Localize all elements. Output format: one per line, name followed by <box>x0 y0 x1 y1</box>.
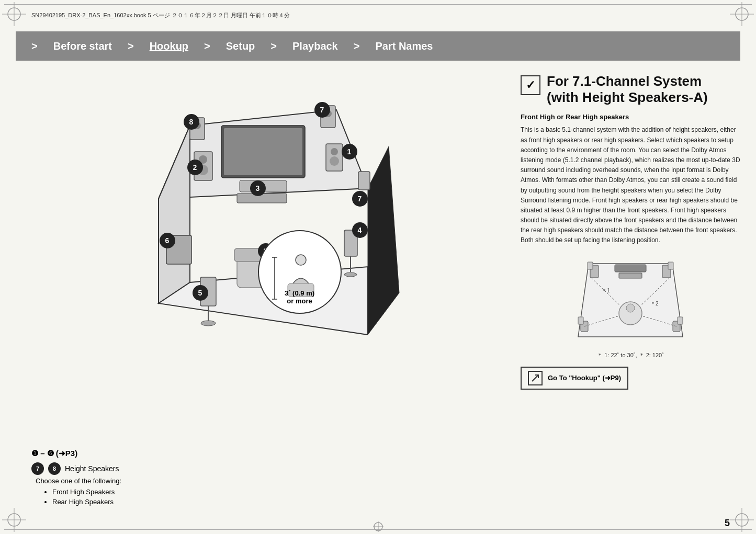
option-rear-high: Rear High Speakers <box>52 498 121 506</box>
top-border-line <box>4 4 752 5</box>
checkmark-icon: ✓ <box>526 78 535 92</box>
title-line-2: (with Height Speakers-A) <box>547 89 708 106</box>
svg-rect-42 <box>358 172 370 190</box>
svg-point-55 <box>626 304 635 312</box>
nav-arrow-4: > <box>354 40 360 52</box>
svg-point-37 <box>201 321 216 326</box>
floor-plan-caption: ＊ 1: 22˚ to 30˚, ＊ 2: 120˚ <box>573 351 688 359</box>
svg-text:＊1: ＊1 <box>602 288 610 293</box>
nav-arrow-3: > <box>270 40 277 52</box>
svg-text:＊2: ＊2 <box>650 301 659 306</box>
floor-plan-container: ＊1 ＊2 ＊ 1: 22˚ to 30˚, ＊ 2: 120˚ <box>573 253 688 359</box>
nav-arrow-0: > <box>31 40 38 52</box>
svg-rect-64 <box>588 262 593 269</box>
badge-4: 4 <box>352 222 368 238</box>
svg-rect-51 <box>619 273 642 278</box>
nav-playback[interactable]: Playback <box>292 40 338 52</box>
choose-text: Choose one of the following: <box>36 477 121 485</box>
hookup-box[interactable]: Go To "Hookup" (➜P9) <box>521 367 628 390</box>
speaker-options-list: Front High Speakers Rear High Speakers <box>52 488 121 506</box>
navigation-bar: > Before start > Hookup > Setup > Playba… <box>16 31 740 61</box>
bottom-center-icon <box>372 520 385 533</box>
svg-point-28 <box>330 156 339 166</box>
file-metadata: SN29402195_DRX-2_BAS_En_1602xx.book 5 ペー… <box>31 12 290 19</box>
arrow-icon-svg <box>531 374 539 382</box>
nav-arrow-1: > <box>128 40 134 52</box>
svg-point-44 <box>296 255 306 265</box>
title-line-1: For 7.1-Channel System <box>547 73 708 89</box>
svg-rect-65 <box>668 262 673 269</box>
section-heading-text: For 7.1-Channel System (with Height Spea… <box>547 73 708 106</box>
svg-point-27 <box>331 148 338 155</box>
speaker-diagram: 1 2 3 4 5 6 7 7 8 8 <box>117 84 410 377</box>
badge-7a: 7 <box>314 102 330 118</box>
badge-3: 3 <box>250 180 266 196</box>
section-title-area: ✓ For 7.1-Channel System (with Height Sp… <box>521 73 740 106</box>
svg-point-34 <box>344 272 357 277</box>
nav-hookup[interactable]: Hookup <box>150 40 188 52</box>
nav-part-names[interactable]: Part Names <box>375 40 433 52</box>
body-text: This is a basic 5.1-channel system with … <box>521 125 740 245</box>
nav-setup[interactable]: Setup <box>226 40 255 52</box>
badge-1: 1 <box>342 144 357 160</box>
svg-marker-18 <box>368 146 399 335</box>
badge-2: 2 <box>187 160 203 175</box>
corner-tl-icon <box>1 1 27 27</box>
svg-marker-16 <box>159 126 190 303</box>
legend-line-1: ❶ – ❻ (➜P3) <box>31 449 121 458</box>
checkmark-box: ✓ <box>521 75 540 95</box>
svg-rect-50 <box>615 265 646 272</box>
hookup-arrow-icon <box>528 371 543 385</box>
legend-badge-7: 7 <box>31 462 44 475</box>
legend-area: ❶ – ❻ (➜P3) 7 8 Height Speakers Choose o… <box>31 449 121 508</box>
right-panel: ✓ For 7.1-Channel System (with Height Sp… <box>521 68 740 518</box>
option-front-high: Front High Speakers <box>52 488 121 496</box>
main-content: 1 2 3 4 5 6 7 7 8 8 <box>16 68 740 518</box>
corner-tr-icon <box>729 1 755 27</box>
legend-height-label: Height Speakers <box>65 464 119 473</box>
distance-callout: 3´ (0.9 m) or more <box>258 230 342 314</box>
badge-8a: 8 <box>184 114 199 130</box>
badge-7b: 7 <box>352 191 368 207</box>
legend-badge-8: 8 <box>48 462 61 475</box>
distance-line2: or more <box>285 297 314 305</box>
left-panel: 1 2 3 4 5 6 7 7 8 8 <box>16 68 510 518</box>
hookup-label-text: Go To "Hookup" (➜P9) <box>548 374 621 382</box>
legend-1-6-text: ❶ – ❻ (➜P3) <box>31 449 77 458</box>
legend-line-2: 7 8 Height Speakers <box>31 462 121 475</box>
nav-before-start[interactable]: Before start <box>53 40 112 52</box>
svg-rect-20 <box>224 128 302 175</box>
badge-6: 6 <box>160 233 175 248</box>
svg-rect-67 <box>678 317 683 324</box>
distance-line1: 3´ (0.9 m) <box>285 289 314 297</box>
file-info-text: SN29402195_DRX-2_BAS_En_1602xx.book 5 ペー… <box>31 12 290 18</box>
page-number: 5 <box>725 518 730 529</box>
svg-rect-66 <box>578 317 583 324</box>
nav-arrow-2: > <box>204 40 210 52</box>
badge-5: 5 <box>193 285 208 301</box>
subsection-title: Front High or Rear High speakers <box>521 113 740 121</box>
floor-plan-svg: ＊1 ＊2 <box>573 253 688 347</box>
